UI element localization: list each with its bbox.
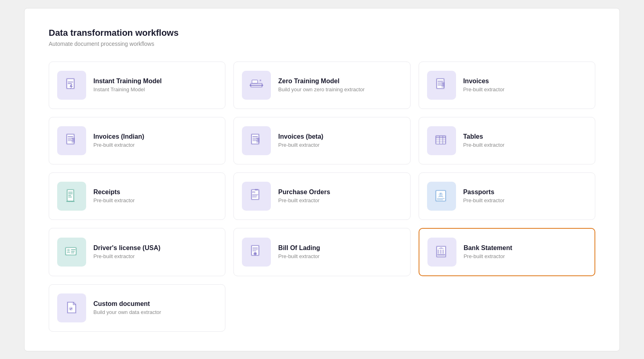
svg-rect-90 bbox=[442, 250, 444, 254]
card-icon-invoices-beta bbox=[242, 126, 271, 155]
card-desc-receipts: Pre-built extractor bbox=[93, 197, 135, 203]
card-title-tables: Tables bbox=[463, 133, 505, 140]
svg-text:PO: PO bbox=[252, 191, 255, 193]
page-title: Data transformation workflows bbox=[49, 28, 595, 38]
card-text-instant-training: Instant Training ModelInstant Training M… bbox=[93, 78, 162, 92]
card-title-custom-document: Custom document bbox=[93, 300, 161, 308]
card-bill-of-lading[interactable]: Bill Of LadingPre-built extractor bbox=[233, 228, 410, 276]
card-title-invoices: Invoices bbox=[463, 78, 505, 85]
svg-rect-89 bbox=[440, 250, 442, 254]
page-container: Data transformation workflows Automate d… bbox=[24, 8, 620, 351]
card-text-invoices: InvoicesPre-built extractor bbox=[463, 78, 505, 92]
card-text-bill-of-lading: Bill Of LadingPre-built extractor bbox=[278, 244, 320, 259]
card-text-invoices-indian: Invoices (Indian)Pre-built extractor bbox=[93, 133, 144, 148]
svg-point-65 bbox=[440, 193, 442, 195]
card-desc-invoices-indian: Pre-built extractor bbox=[93, 142, 144, 148]
card-title-bill-of-lading: Bill Of Lading bbox=[278, 244, 320, 252]
svg-rect-57 bbox=[255, 189, 258, 191]
card-text-tables: TablesPre-built extractor bbox=[463, 133, 505, 148]
card-icon-bank-statement bbox=[427, 238, 456, 267]
card-title-drivers-license: Driver's license (USA) bbox=[93, 244, 161, 252]
svg-rect-27 bbox=[72, 137, 75, 143]
card-icon-drivers-license bbox=[57, 238, 86, 267]
card-icon-passports bbox=[427, 182, 456, 211]
card-desc-invoices: Pre-built extractor bbox=[463, 86, 505, 92]
card-invoices-indian[interactable]: Invoices (Indian)Pre-built extractor bbox=[49, 117, 225, 164]
svg-point-71 bbox=[68, 249, 69, 250]
card-icon-tables bbox=[427, 126, 456, 155]
card-text-custom-document: Custom documentBuild your own data extra… bbox=[93, 300, 161, 315]
svg-rect-88 bbox=[438, 250, 439, 254]
card-text-bank-statement: Bank StatementPre-built extractor bbox=[464, 244, 512, 259]
card-desc-custom-document: Build your own data extractor bbox=[93, 309, 161, 315]
card-purchase-orders[interactable]: PO Purchase OrdersPre-built extractor bbox=[233, 172, 410, 220]
card-icon-custom-document bbox=[57, 293, 86, 322]
card-passports[interactable]: PassportsPre-built extractor bbox=[419, 172, 595, 220]
card-invoices[interactable]: InvoicesPre-built extractor bbox=[419, 62, 595, 109]
card-icon-receipts bbox=[57, 182, 86, 211]
svg-rect-37 bbox=[256, 137, 260, 143]
svg-rect-17 bbox=[442, 82, 445, 88]
card-desc-passports: Pre-built extractor bbox=[463, 197, 505, 203]
card-desc-bank-statement: Pre-built extractor bbox=[464, 253, 512, 259]
card-title-receipts: Receipts bbox=[93, 189, 135, 196]
card-title-zero-training: Zero Training Model bbox=[278, 78, 365, 85]
card-custom-document[interactable]: Custom documentBuild your own data extra… bbox=[49, 284, 225, 332]
card-icon-invoices bbox=[427, 71, 456, 100]
card-title-purchase-orders: Purchase Orders bbox=[278, 189, 330, 196]
card-text-drivers-license: Driver's license (USA)Pre-built extracto… bbox=[93, 244, 161, 259]
card-desc-zero-training: Build your own zero training extractor bbox=[278, 86, 365, 92]
card-title-passports: Passports bbox=[463, 189, 505, 196]
card-title-invoices-beta: Invoices (beta) bbox=[278, 133, 323, 140]
card-text-receipts: ReceiptsPre-built extractor bbox=[93, 189, 135, 203]
card-title-bank-statement: Bank Statement bbox=[464, 244, 512, 252]
card-text-invoices-beta: Invoices (beta)Pre-built extractor bbox=[278, 133, 323, 148]
card-desc-purchase-orders: Pre-built extractor bbox=[278, 197, 330, 203]
svg-rect-8 bbox=[252, 80, 258, 83]
card-desc-drivers-license: Pre-built extractor bbox=[93, 253, 161, 259]
card-desc-instant-training: Instant Training Model bbox=[93, 86, 162, 92]
card-tables[interactable]: TablesPre-built extractor bbox=[419, 117, 595, 164]
card-text-purchase-orders: Purchase OrdersPre-built extractor bbox=[278, 189, 330, 203]
card-desc-tables: Pre-built extractor bbox=[463, 142, 505, 148]
page-subtitle: Automate document processing workflows bbox=[49, 41, 595, 47]
card-receipts[interactable]: ReceiptsPre-built extractor bbox=[49, 172, 225, 220]
svg-rect-48 bbox=[436, 136, 446, 138]
card-icon-invoices-indian bbox=[57, 126, 86, 155]
svg-rect-10 bbox=[260, 80, 261, 81]
card-instant-training[interactable]: Instant Training ModelInstant Training M… bbox=[49, 62, 225, 109]
card-text-passports: PassportsPre-built extractor bbox=[463, 189, 505, 203]
card-desc-bill-of-lading: Pre-built extractor bbox=[278, 253, 320, 259]
card-invoices-beta[interactable]: Invoices (beta)Pre-built extractor bbox=[233, 117, 410, 164]
card-drivers-license[interactable]: Driver's license (USA)Pre-built extracto… bbox=[49, 228, 225, 276]
card-grid: Instant Training ModelInstant Training M… bbox=[49, 62, 595, 332]
card-text-zero-training: Zero Training ModelBuild your own zero t… bbox=[278, 78, 365, 92]
card-icon-zero-training bbox=[242, 71, 271, 100]
card-title-invoices-indian: Invoices (Indian) bbox=[93, 133, 144, 140]
card-zero-training[interactable]: Zero Training ModelBuild your own zero t… bbox=[233, 62, 410, 109]
card-desc-invoices-beta: Pre-built extractor bbox=[278, 142, 323, 148]
card-icon-purchase-orders: PO bbox=[242, 182, 271, 211]
card-bank-statement[interactable]: Bank StatementPre-built extractor bbox=[419, 228, 595, 276]
card-icon-bill-of-lading bbox=[242, 238, 271, 267]
card-title-instant-training: Instant Training Model bbox=[93, 78, 162, 85]
card-icon-instant-training bbox=[57, 71, 86, 100]
